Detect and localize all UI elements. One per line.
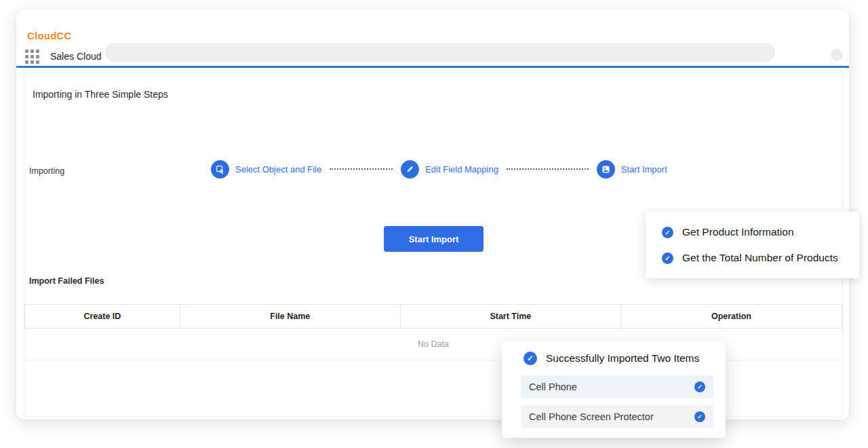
- check-circle-icon: ✓: [694, 381, 705, 392]
- image-icon: [597, 160, 615, 179]
- step-connector-dotted: [507, 168, 589, 170]
- step-label: Edit Field Mapping: [425, 164, 498, 174]
- step-select-object-and-file[interactable]: Select Object and File: [211, 160, 321, 179]
- user-avatar[interactable]: [831, 49, 843, 61]
- check-circle-icon: ✓: [662, 253, 673, 264]
- imported-item-row[interactable]: Cell Phone ✓: [521, 375, 713, 398]
- search-input[interactable]: [105, 43, 775, 62]
- check-circle-icon: ✓: [694, 411, 705, 422]
- app-launcher-icon[interactable]: [25, 50, 41, 65]
- table-header-file-name: File Name: [180, 305, 401, 328]
- start-import-button[interactable]: Start Import: [384, 226, 484, 252]
- import-result-title: Successfully Imported Two Items: [546, 352, 699, 365]
- import-failed-files-label: Import Failed Files: [29, 276, 104, 286]
- check-circle-icon: ✓: [524, 352, 537, 365]
- checklist-item-label: Get Product Information: [682, 226, 794, 238]
- import-result-header: ✓ Successfully Imported Two Items: [524, 352, 699, 365]
- step-edit-field-mapping[interactable]: Edit Field Mapping: [401, 160, 498, 179]
- step-label: Select Object and File: [235, 164, 321, 174]
- import-steps: Select Object and File Edit Field Mappin…: [211, 160, 667, 179]
- app-name-sales-cloud[interactable]: Sales Cloud: [50, 51, 102, 62]
- cloudcc-logo: CloudCC: [27, 30, 72, 41]
- edit-pencil-icon: [401, 160, 419, 179]
- checklist-item: ✓ Get the Total Number of Products: [646, 245, 859, 271]
- table-header-start-time: Start Time: [401, 305, 621, 328]
- step-label: Start Import: [621, 164, 667, 174]
- checklist-item: ✓ Get Product Information: [646, 219, 859, 245]
- step-connector-dotted: [330, 168, 393, 170]
- imported-item-label: Cell Phone: [529, 381, 577, 392]
- table-header-create-id: Create ID: [25, 305, 180, 328]
- importing-label: Importing: [29, 166, 64, 176]
- check-circle-icon: ✓: [662, 227, 673, 238]
- table-header-row: Create ID File Name Start Time Operation: [24, 304, 842, 329]
- table-header-operation: Operation: [621, 305, 842, 328]
- product-info-overlay: ✓ Get Product Information ✓ Get the Tota…: [646, 212, 859, 278]
- page-title: Importing in Three Simple Steps: [33, 89, 168, 100]
- imported-item-label: Cell Phone Screen Protector: [529, 411, 654, 422]
- step-start-import[interactable]: Start Import: [597, 160, 667, 179]
- select-object-icon: [211, 160, 229, 179]
- imported-item-row[interactable]: Cell Phone Screen Protector ✓: [521, 405, 713, 428]
- import-result-overlay: ✓ Successfully Imported Two Items Cell P…: [502, 341, 726, 438]
- top-bar: CloudCC Sales Cloud: [16, 10, 849, 68]
- checklist-item-label: Get the Total Number of Products: [682, 252, 838, 264]
